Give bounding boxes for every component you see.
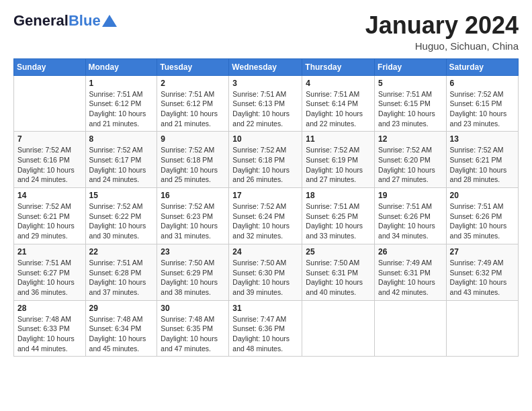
cell-week2-day6: 13 Sunrise: 7:52 AMSunset: 6:21 PMDaylig…: [446, 132, 518, 188]
header-sunday: Sunday: [14, 58, 86, 75]
day-info: Sunrise: 7:51 AMSunset: 6:15 PMDaylight:…: [378, 90, 435, 128]
day-number: 8: [89, 134, 154, 144]
day-number: 20: [450, 191, 515, 200]
cell-week5-day5: [375, 300, 447, 357]
cell-week1-day1: 1 Sunrise: 7:51 AMSunset: 6:12 PMDayligh…: [85, 75, 157, 132]
day-number: 18: [306, 191, 371, 200]
day-number: 2: [161, 79, 225, 88]
week-row-3: 14 Sunrise: 7:52 AMSunset: 6:21 PMDaylig…: [14, 188, 519, 244]
cell-week3-day5: 19 Sunrise: 7:51 AMSunset: 6:26 PMDaylig…: [375, 188, 447, 244]
day-number: 10: [232, 134, 298, 144]
day-number: 21: [17, 247, 82, 257]
cell-week2-day2: 9 Sunrise: 7:52 AMSunset: 6:18 PMDayligh…: [157, 132, 229, 188]
day-number: 4: [306, 79, 371, 88]
day-info: Sunrise: 7:48 AMSunset: 6:35 PMDaylight:…: [161, 315, 218, 353]
day-info: Sunrise: 7:51 AMSunset: 6:12 PMDaylight:…: [89, 90, 146, 128]
day-info: Sunrise: 7:52 AMSunset: 6:18 PMDaylight:…: [232, 146, 290, 183]
day-info: Sunrise: 7:52 AMSunset: 6:20 PMDaylight:…: [378, 146, 435, 183]
header-friday: Friday: [375, 58, 447, 75]
header-thursday: Thursday: [302, 58, 375, 75]
day-number: 7: [17, 134, 82, 144]
day-info: Sunrise: 7:51 AMSunset: 6:14 PMDaylight:…: [306, 90, 363, 128]
day-info: Sunrise: 7:51 AMSunset: 6:28 PMDaylight:…: [89, 259, 146, 296]
cell-week2-day3: 10 Sunrise: 7:52 AMSunset: 6:18 PMDaylig…: [229, 132, 302, 188]
svg-marker-0: [102, 15, 117, 27]
day-info: Sunrise: 7:52 AMSunset: 6:21 PMDaylight:…: [450, 146, 507, 183]
calendar-page: General Blue January 2024 Huguo, Sichuan…: [0, 0, 532, 411]
day-info: Sunrise: 7:52 AMSunset: 6:17 PMDaylight:…: [89, 146, 146, 183]
header-saturday: Saturday: [446, 58, 518, 75]
cell-week2-day0: 7 Sunrise: 7:52 AMSunset: 6:16 PMDayligh…: [14, 132, 86, 188]
day-number: 1: [89, 79, 154, 88]
cell-week4-day5: 26 Sunrise: 7:49 AMSunset: 6:31 PMDaylig…: [375, 244, 447, 300]
logo-general: General: [13, 12, 69, 30]
day-number: 24: [232, 247, 298, 257]
day-number: 22: [89, 247, 154, 257]
logo-icon: [102, 15, 117, 27]
day-info: Sunrise: 7:49 AMSunset: 6:32 PMDaylight:…: [450, 259, 507, 296]
day-info: Sunrise: 7:51 AMSunset: 6:27 PMDaylight:…: [17, 259, 75, 296]
day-info: Sunrise: 7:52 AMSunset: 6:22 PMDaylight:…: [89, 202, 146, 240]
cell-week5-day4: [302, 300, 375, 357]
logo: General Blue: [13, 12, 117, 30]
day-info: Sunrise: 7:52 AMSunset: 6:19 PMDaylight:…: [306, 146, 363, 183]
day-number: 9: [161, 134, 225, 144]
day-number: 5: [378, 79, 443, 88]
day-info: Sunrise: 7:48 AMSunset: 6:34 PMDaylight:…: [89, 315, 146, 353]
day-info: Sunrise: 7:50 AMSunset: 6:30 PMDaylight:…: [232, 259, 290, 296]
page-header: General Blue January 2024 Huguo, Sichuan…: [13, 12, 519, 52]
day-info: Sunrise: 7:50 AMSunset: 6:31 PMDaylight:…: [306, 259, 363, 296]
cell-week5-day6: [446, 300, 518, 357]
cell-week1-day5: 5 Sunrise: 7:51 AMSunset: 6:15 PMDayligh…: [375, 75, 447, 132]
cell-week4-day4: 25 Sunrise: 7:50 AMSunset: 6:31 PMDaylig…: [302, 244, 375, 300]
day-number: 27: [450, 247, 515, 257]
cell-week3-day0: 14 Sunrise: 7:52 AMSunset: 6:21 PMDaylig…: [14, 188, 86, 244]
week-row-2: 7 Sunrise: 7:52 AMSunset: 6:16 PMDayligh…: [14, 132, 519, 188]
day-number: 25: [306, 247, 371, 257]
day-number: 29: [89, 304, 154, 313]
cell-week4-day3: 24 Sunrise: 7:50 AMSunset: 6:30 PMDaylig…: [229, 244, 302, 300]
day-info: Sunrise: 7:52 AMSunset: 6:23 PMDaylight:…: [161, 202, 218, 240]
location: Huguo, Sichuan, China: [365, 40, 519, 52]
month-title: January 2024: [365, 12, 519, 39]
day-number: 31: [232, 304, 298, 313]
day-number: 3: [232, 79, 298, 88]
cell-week1-day4: 4 Sunrise: 7:51 AMSunset: 6:14 PMDayligh…: [302, 75, 375, 132]
header-monday: Monday: [85, 58, 157, 75]
cell-week4-day2: 23 Sunrise: 7:50 AMSunset: 6:29 PMDaylig…: [157, 244, 229, 300]
day-info: Sunrise: 7:52 AMSunset: 6:15 PMDaylight:…: [450, 90, 507, 128]
cell-week2-day4: 11 Sunrise: 7:52 AMSunset: 6:19 PMDaylig…: [302, 132, 375, 188]
cell-week4-day6: 27 Sunrise: 7:49 AMSunset: 6:32 PMDaylig…: [446, 244, 518, 300]
header-tuesday: Tuesday: [157, 58, 229, 75]
day-number: 6: [450, 79, 515, 88]
day-info: Sunrise: 7:52 AMSunset: 6:24 PMDaylight:…: [232, 202, 290, 240]
day-number: 12: [378, 134, 443, 144]
cell-week5-day3: 31 Sunrise: 7:47 AMSunset: 6:36 PMDaylig…: [229, 300, 302, 357]
cell-week3-day1: 15 Sunrise: 7:52 AMSunset: 6:22 PMDaylig…: [85, 188, 157, 244]
cell-week3-day4: 18 Sunrise: 7:51 AMSunset: 6:25 PMDaylig…: [302, 188, 375, 244]
week-row-5: 28 Sunrise: 7:48 AMSunset: 6:33 PMDaylig…: [14, 300, 519, 357]
day-number: 11: [306, 134, 371, 144]
cell-week5-day0: 28 Sunrise: 7:48 AMSunset: 6:33 PMDaylig…: [14, 300, 86, 357]
day-number: 28: [17, 304, 82, 313]
cell-week4-day1: 22 Sunrise: 7:51 AMSunset: 6:28 PMDaylig…: [85, 244, 157, 300]
day-info: Sunrise: 7:52 AMSunset: 6:21 PMDaylight:…: [17, 202, 75, 240]
week-row-1: 1 Sunrise: 7:51 AMSunset: 6:12 PMDayligh…: [14, 75, 519, 132]
day-number: 17: [232, 191, 298, 200]
day-info: Sunrise: 7:51 AMSunset: 6:26 PMDaylight:…: [450, 202, 507, 240]
cell-week1-day0: [14, 75, 86, 132]
day-info: Sunrise: 7:50 AMSunset: 6:29 PMDaylight:…: [161, 259, 218, 296]
day-number: 16: [161, 191, 225, 200]
cell-week1-day2: 2 Sunrise: 7:51 AMSunset: 6:12 PMDayligh…: [157, 75, 229, 132]
day-info: Sunrise: 7:49 AMSunset: 6:31 PMDaylight:…: [378, 259, 435, 296]
title-area: January 2024 Huguo, Sichuan, China: [365, 12, 519, 52]
day-info: Sunrise: 7:52 AMSunset: 6:18 PMDaylight:…: [161, 146, 218, 183]
cell-week1-day6: 6 Sunrise: 7:52 AMSunset: 6:15 PMDayligh…: [446, 75, 518, 132]
day-number: 19: [378, 191, 443, 200]
weekday-header-row: Sunday Monday Tuesday Wednesday Thursday…: [14, 58, 519, 75]
cell-week3-day3: 17 Sunrise: 7:52 AMSunset: 6:24 PMDaylig…: [229, 188, 302, 244]
day-number: 13: [450, 134, 515, 144]
day-info: Sunrise: 7:52 AMSunset: 6:16 PMDaylight:…: [17, 146, 75, 183]
cell-week5-day2: 30 Sunrise: 7:48 AMSunset: 6:35 PMDaylig…: [157, 300, 229, 357]
cell-week1-day3: 3 Sunrise: 7:51 AMSunset: 6:13 PMDayligh…: [229, 75, 302, 132]
